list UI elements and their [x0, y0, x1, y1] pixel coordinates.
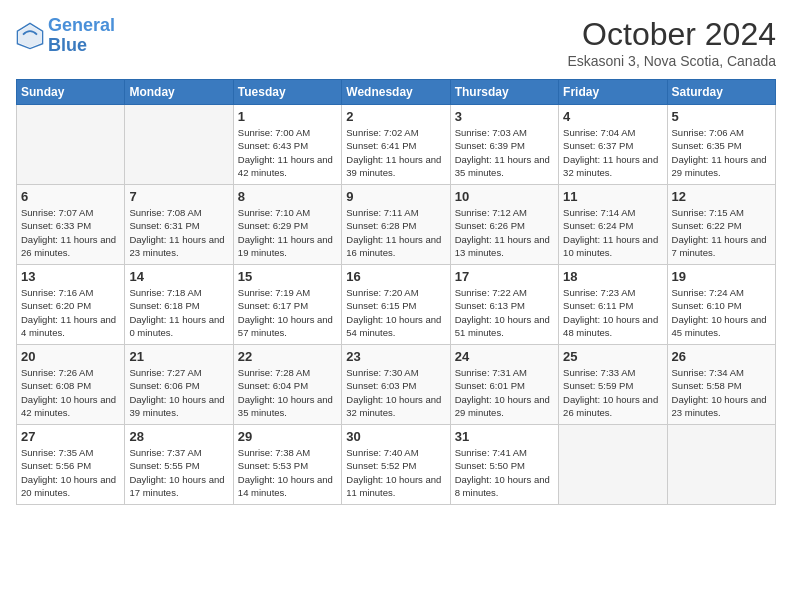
day-number: 29 — [238, 429, 337, 444]
day-number: 6 — [21, 189, 120, 204]
logo: General Blue — [16, 16, 115, 56]
day-info: Sunrise: 7:23 AMSunset: 6:11 PMDaylight:… — [563, 286, 662, 339]
calendar-cell: 17Sunrise: 7:22 AMSunset: 6:13 PMDayligh… — [450, 265, 558, 345]
day-number: 24 — [455, 349, 554, 364]
day-info: Sunrise: 7:38 AMSunset: 5:53 PMDaylight:… — [238, 446, 337, 499]
day-info: Sunrise: 7:18 AMSunset: 6:18 PMDaylight:… — [129, 286, 228, 339]
day-info: Sunrise: 7:14 AMSunset: 6:24 PMDaylight:… — [563, 206, 662, 259]
day-number: 11 — [563, 189, 662, 204]
day-info: Sunrise: 7:22 AMSunset: 6:13 PMDaylight:… — [455, 286, 554, 339]
day-number: 31 — [455, 429, 554, 444]
calendar-cell: 11Sunrise: 7:14 AMSunset: 6:24 PMDayligh… — [559, 185, 667, 265]
day-number: 23 — [346, 349, 445, 364]
day-number: 16 — [346, 269, 445, 284]
day-number: 5 — [672, 109, 771, 124]
week-row-3: 13Sunrise: 7:16 AMSunset: 6:20 PMDayligh… — [17, 265, 776, 345]
day-number: 4 — [563, 109, 662, 124]
day-number: 8 — [238, 189, 337, 204]
logo-text: General Blue — [48, 16, 115, 56]
day-info: Sunrise: 7:26 AMSunset: 6:08 PMDaylight:… — [21, 366, 120, 419]
day-number: 13 — [21, 269, 120, 284]
calendar-cell: 16Sunrise: 7:20 AMSunset: 6:15 PMDayligh… — [342, 265, 450, 345]
calendar-cell: 21Sunrise: 7:27 AMSunset: 6:06 PMDayligh… — [125, 345, 233, 425]
weekday-header-tuesday: Tuesday — [233, 80, 341, 105]
day-info: Sunrise: 7:15 AMSunset: 6:22 PMDaylight:… — [672, 206, 771, 259]
day-info: Sunrise: 7:06 AMSunset: 6:35 PMDaylight:… — [672, 126, 771, 179]
calendar-cell — [559, 425, 667, 505]
calendar-cell: 24Sunrise: 7:31 AMSunset: 6:01 PMDayligh… — [450, 345, 558, 425]
week-row-2: 6Sunrise: 7:07 AMSunset: 6:33 PMDaylight… — [17, 185, 776, 265]
weekday-header-saturday: Saturday — [667, 80, 775, 105]
day-number: 17 — [455, 269, 554, 284]
day-info: Sunrise: 7:11 AMSunset: 6:28 PMDaylight:… — [346, 206, 445, 259]
calendar-cell: 23Sunrise: 7:30 AMSunset: 6:03 PMDayligh… — [342, 345, 450, 425]
day-number: 7 — [129, 189, 228, 204]
logo-icon — [16, 22, 44, 50]
day-info: Sunrise: 7:40 AMSunset: 5:52 PMDaylight:… — [346, 446, 445, 499]
calendar-cell: 18Sunrise: 7:23 AMSunset: 6:11 PMDayligh… — [559, 265, 667, 345]
week-row-4: 20Sunrise: 7:26 AMSunset: 6:08 PMDayligh… — [17, 345, 776, 425]
calendar-cell: 15Sunrise: 7:19 AMSunset: 6:17 PMDayligh… — [233, 265, 341, 345]
day-number: 1 — [238, 109, 337, 124]
calendar-cell: 28Sunrise: 7:37 AMSunset: 5:55 PMDayligh… — [125, 425, 233, 505]
day-info: Sunrise: 7:12 AMSunset: 6:26 PMDaylight:… — [455, 206, 554, 259]
day-info: Sunrise: 7:08 AMSunset: 6:31 PMDaylight:… — [129, 206, 228, 259]
calendar-cell: 10Sunrise: 7:12 AMSunset: 6:26 PMDayligh… — [450, 185, 558, 265]
weekday-header-sunday: Sunday — [17, 80, 125, 105]
calendar-cell: 6Sunrise: 7:07 AMSunset: 6:33 PMDaylight… — [17, 185, 125, 265]
week-row-1: 1Sunrise: 7:00 AMSunset: 6:43 PMDaylight… — [17, 105, 776, 185]
day-info: Sunrise: 7:34 AMSunset: 5:58 PMDaylight:… — [672, 366, 771, 419]
day-number: 15 — [238, 269, 337, 284]
calendar-cell: 8Sunrise: 7:10 AMSunset: 6:29 PMDaylight… — [233, 185, 341, 265]
calendar-cell: 2Sunrise: 7:02 AMSunset: 6:41 PMDaylight… — [342, 105, 450, 185]
day-number: 18 — [563, 269, 662, 284]
weekday-header-friday: Friday — [559, 80, 667, 105]
calendar-cell — [125, 105, 233, 185]
day-info: Sunrise: 7:35 AMSunset: 5:56 PMDaylight:… — [21, 446, 120, 499]
day-info: Sunrise: 7:27 AMSunset: 6:06 PMDaylight:… — [129, 366, 228, 419]
calendar-cell: 4Sunrise: 7:04 AMSunset: 6:37 PMDaylight… — [559, 105, 667, 185]
calendar-cell: 26Sunrise: 7:34 AMSunset: 5:58 PMDayligh… — [667, 345, 775, 425]
calendar-cell: 30Sunrise: 7:40 AMSunset: 5:52 PMDayligh… — [342, 425, 450, 505]
day-number: 19 — [672, 269, 771, 284]
day-number: 14 — [129, 269, 228, 284]
week-row-5: 27Sunrise: 7:35 AMSunset: 5:56 PMDayligh… — [17, 425, 776, 505]
day-number: 27 — [21, 429, 120, 444]
weekday-header-row: SundayMondayTuesdayWednesdayThursdayFrid… — [17, 80, 776, 105]
weekday-header-thursday: Thursday — [450, 80, 558, 105]
day-number: 22 — [238, 349, 337, 364]
day-info: Sunrise: 7:19 AMSunset: 6:17 PMDaylight:… — [238, 286, 337, 339]
day-info: Sunrise: 7:16 AMSunset: 6:20 PMDaylight:… — [21, 286, 120, 339]
day-info: Sunrise: 7:10 AMSunset: 6:29 PMDaylight:… — [238, 206, 337, 259]
calendar-cell: 7Sunrise: 7:08 AMSunset: 6:31 PMDaylight… — [125, 185, 233, 265]
page-header: General Blue October 2024 Eskasoni 3, No… — [16, 16, 776, 69]
day-info: Sunrise: 7:41 AMSunset: 5:50 PMDaylight:… — [455, 446, 554, 499]
day-info: Sunrise: 7:24 AMSunset: 6:10 PMDaylight:… — [672, 286, 771, 339]
month-title: October 2024 — [567, 16, 776, 53]
calendar-cell: 31Sunrise: 7:41 AMSunset: 5:50 PMDayligh… — [450, 425, 558, 505]
day-info: Sunrise: 7:33 AMSunset: 5:59 PMDaylight:… — [563, 366, 662, 419]
day-info: Sunrise: 7:00 AMSunset: 6:43 PMDaylight:… — [238, 126, 337, 179]
weekday-header-monday: Monday — [125, 80, 233, 105]
calendar-cell: 1Sunrise: 7:00 AMSunset: 6:43 PMDaylight… — [233, 105, 341, 185]
calendar-cell: 9Sunrise: 7:11 AMSunset: 6:28 PMDaylight… — [342, 185, 450, 265]
day-number: 3 — [455, 109, 554, 124]
title-block: October 2024 Eskasoni 3, Nova Scotia, Ca… — [567, 16, 776, 69]
calendar-cell: 12Sunrise: 7:15 AMSunset: 6:22 PMDayligh… — [667, 185, 775, 265]
day-info: Sunrise: 7:04 AMSunset: 6:37 PMDaylight:… — [563, 126, 662, 179]
calendar-cell: 25Sunrise: 7:33 AMSunset: 5:59 PMDayligh… — [559, 345, 667, 425]
calendar-table: SundayMondayTuesdayWednesdayThursdayFrid… — [16, 79, 776, 505]
day-info: Sunrise: 7:28 AMSunset: 6:04 PMDaylight:… — [238, 366, 337, 419]
day-number: 25 — [563, 349, 662, 364]
calendar-cell: 19Sunrise: 7:24 AMSunset: 6:10 PMDayligh… — [667, 265, 775, 345]
calendar-cell: 5Sunrise: 7:06 AMSunset: 6:35 PMDaylight… — [667, 105, 775, 185]
day-number: 30 — [346, 429, 445, 444]
calendar-cell — [667, 425, 775, 505]
weekday-header-wednesday: Wednesday — [342, 80, 450, 105]
day-number: 2 — [346, 109, 445, 124]
day-info: Sunrise: 7:20 AMSunset: 6:15 PMDaylight:… — [346, 286, 445, 339]
day-info: Sunrise: 7:02 AMSunset: 6:41 PMDaylight:… — [346, 126, 445, 179]
day-info: Sunrise: 7:30 AMSunset: 6:03 PMDaylight:… — [346, 366, 445, 419]
calendar-cell — [17, 105, 125, 185]
day-info: Sunrise: 7:31 AMSunset: 6:01 PMDaylight:… — [455, 366, 554, 419]
